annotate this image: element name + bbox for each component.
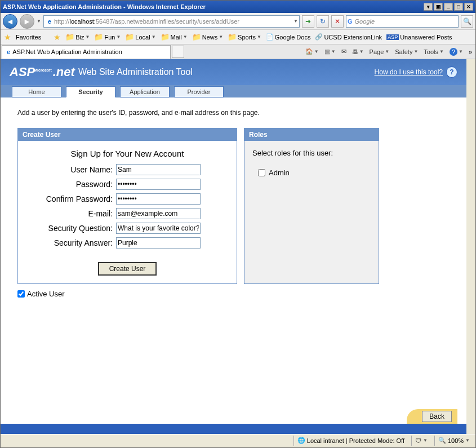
security-question-label: Security Question: [26, 224, 116, 233]
safety-menu[interactable]: Safety▼ [395, 48, 418, 55]
forward-button[interactable]: ► [20, 14, 34, 29]
minimize-alt-icon[interactable]: ▾ [424, 3, 433, 11]
roles-panel: Roles Select roles for this user: Admin [244, 128, 379, 284]
signup-title: Sign Up for Your New Account [26, 149, 229, 158]
back-button[interactable]: ◄ [3, 14, 17, 29]
feeds-menu[interactable]: ▩▼ [324, 48, 336, 55]
username-input[interactable] [116, 164, 201, 175]
active-user-row[interactable]: Active User [17, 290, 450, 298]
confirm-password-input[interactable] [116, 193, 201, 205]
new-tab-button[interactable] [172, 46, 184, 58]
protected-mode-icon[interactable]: 🛡▼ [411, 436, 431, 446]
folder-icon: 📁 [125, 33, 134, 41]
doc-icon: 📄 [266, 33, 274, 41]
fav-link-ucsd[interactable]: 🔗UCSD ExtensionLink [315, 33, 382, 41]
print-menu[interactable]: 🖶▼ [352, 48, 364, 55]
close-button[interactable]: ✕ [464, 3, 473, 11]
folder-icon: 📁 [161, 33, 170, 41]
refresh-button[interactable]: ↻ [317, 15, 329, 28]
fav-folder-mail[interactable]: 📁Mail▼ [161, 33, 188, 41]
asp-header: ASPMicrosoft.net Web Site Administration… [1, 59, 466, 85]
help-menu[interactable]: ?▼ [450, 48, 463, 56]
restore-alt-icon[interactable]: ▣ [434, 3, 443, 11]
address-dropdown-icon[interactable]: ▼ [293, 19, 298, 24]
home-menu[interactable]: 🏠▼ [305, 48, 319, 55]
role-checkbox-admin[interactable]: Admin [252, 168, 371, 177]
minimize-button[interactable]: _ [444, 3, 453, 11]
create-user-panel: Create User Sign Up for Your New Account… [17, 128, 237, 284]
help-icon: ? [450, 48, 457, 56]
search-button[interactable]: 🔍 [461, 15, 473, 28]
stop-button[interactable]: ✕ [331, 15, 344, 28]
zone-status: 🌐 Local intranet | Protected Mode: Off [293, 436, 408, 446]
favorites-bar: ★ Favorites ★ 📁Biz▼ 📁Fun▼ 📁Local▼ 📁Mail▼… [1, 30, 475, 45]
zoom-control[interactable]: 🔍 100% ▼ [434, 436, 473, 446]
address-bar[interactable]: e http://localhost:56487/asp.netwebadmin… [43, 15, 300, 28]
search-placeholder: Google [355, 18, 375, 25]
command-bar: 🏠▼ ▩▼ ✉ 🖶▼ Page▼ Safety▼ Tools▼ ?▼ » [184, 48, 475, 56]
roles-instruction: Select roles for this user: [252, 149, 371, 157]
status-bar: 🌐 Local intranet | Protected Mode: Off 🛡… [1, 434, 475, 446]
tab-title: ASP.Net Web Application Administration [12, 48, 122, 55]
navigation-bar: ◄ ► ▼ e http://localhost:56487/asp.netwe… [1, 13, 475, 30]
rss-icon: ▩ [324, 48, 330, 55]
add-favorite-icon[interactable]: ★ [54, 33, 61, 42]
tab-application[interactable]: Application [120, 86, 170, 97]
asp-subtitle: Web Site Administration Tool [78, 67, 193, 77]
tools-menu[interactable]: Tools▼ [424, 48, 444, 55]
fav-folder-sports[interactable]: 📁Sports▼ [228, 33, 261, 41]
asp-logo: ASPMicrosoft.net [10, 65, 75, 79]
roles-heading: Roles [244, 128, 379, 141]
help-link[interactable]: How do I use this tool? [375, 68, 443, 76]
tab-home[interactable]: Home [12, 86, 61, 97]
tab-provider[interactable]: Provider [174, 86, 224, 97]
window-titlebar: ASP.Net Web Application Administration -… [1, 1, 475, 13]
page-content: ASPMicrosoft.net Web Site Administration… [1, 59, 475, 434]
search-box[interactable]: G Google [346, 15, 459, 28]
footer-bar [1, 424, 466, 434]
tab-security[interactable]: Security [66, 86, 115, 97]
ie-icon: e [45, 17, 54, 26]
home-icon: 🏠 [305, 48, 313, 55]
tab-bar: e ASP.Net Web Application Administration… [1, 45, 475, 59]
email-input[interactable] [116, 208, 201, 219]
page-body: Add a user by entering the user's ID, pa… [1, 97, 466, 309]
folder-icon: 📁 [228, 33, 237, 41]
security-answer-input[interactable] [116, 237, 201, 249]
help-question-icon[interactable]: ? [446, 66, 457, 78]
fav-folder-local[interactable]: 📁Local▼ [125, 33, 155, 41]
print-icon: 🖶 [352, 48, 358, 55]
fav-link-googledocs[interactable]: 📄Google Docs [266, 33, 311, 41]
create-user-button[interactable]: Create User [98, 262, 157, 276]
asp-tabs: Home Security Application Provider [1, 85, 466, 97]
history-dropdown-icon[interactable]: ▼ [37, 19, 41, 24]
google-icon: G [348, 18, 353, 25]
confirm-password-label: Confirm Password: [26, 194, 116, 203]
favorites-label[interactable]: Favorites [16, 34, 41, 41]
fav-folder-news[interactable]: 📁News▼ [192, 33, 223, 41]
email-label: E-mail: [26, 209, 116, 218]
page-menu[interactable]: Page▼ [370, 48, 390, 55]
favorites-star-icon[interactable]: ★ [4, 33, 11, 42]
fav-folder-biz[interactable]: 📁Biz▼ [65, 33, 90, 41]
mail-icon: ✉ [341, 48, 346, 55]
url-text: http://localhost:56487/asp.netwebadminfi… [54, 18, 239, 25]
fav-link-unanswered[interactable]: ASPUnanswered Posts [386, 34, 452, 41]
go-button[interactable]: ➜ [302, 15, 314, 28]
fav-folder-fun[interactable]: 📁Fun▼ [94, 33, 121, 41]
ie-icon: e [7, 48, 10, 55]
back-button-page[interactable]: Back [422, 411, 452, 422]
active-user-label: Active User [27, 290, 64, 298]
mail-menu[interactable]: ✉ [341, 48, 346, 55]
role-label: Admin [269, 168, 290, 177]
admin-checkbox[interactable] [258, 169, 265, 176]
security-question-input[interactable] [116, 223, 201, 234]
browser-tab[interactable]: e ASP.Net Web Application Administration [2, 45, 171, 59]
active-user-checkbox[interactable] [17, 290, 25, 298]
password-input[interactable] [116, 179, 201, 190]
overflow-icon[interactable]: » [469, 48, 472, 55]
folder-icon: 📁 [192, 33, 201, 41]
asp-icon: ASP [386, 34, 399, 40]
maximize-button[interactable]: □ [454, 3, 463, 11]
username-label: User Name: [26, 165, 116, 174]
